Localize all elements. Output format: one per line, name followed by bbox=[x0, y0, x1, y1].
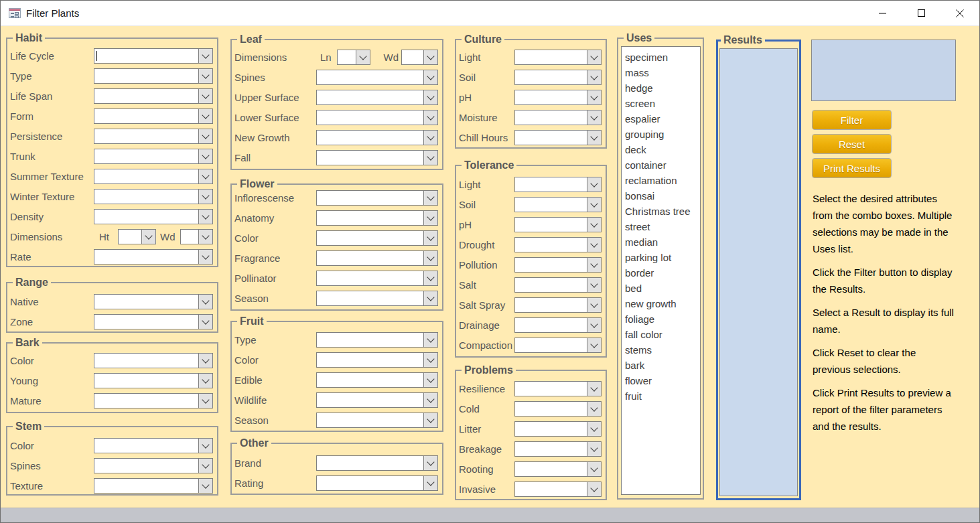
tolerance-salt-combo[interactable] bbox=[514, 277, 602, 293]
combo-text-field[interactable] bbox=[317, 131, 423, 145]
combo-dropdown-button[interactable] bbox=[198, 295, 212, 309]
combo-dropdown-button[interactable] bbox=[423, 50, 437, 64]
problems-litter-combo[interactable] bbox=[514, 421, 602, 437]
combo-dropdown-button[interactable] bbox=[423, 110, 437, 125]
combo-dropdown-button[interactable] bbox=[423, 70, 437, 84]
print-results-button[interactable]: Print Results bbox=[812, 158, 892, 178]
combo-text-field[interactable] bbox=[94, 459, 198, 473]
combo-dropdown-button[interactable] bbox=[587, 177, 601, 192]
combo-dropdown-button[interactable] bbox=[423, 476, 437, 490]
combo-text-field[interactable] bbox=[94, 374, 198, 388]
habit-life-cycle-combo[interactable] bbox=[94, 48, 213, 64]
combo-dropdown-button[interactable] bbox=[587, 382, 601, 396]
uses-list-item[interactable]: specimen bbox=[622, 50, 700, 65]
fruit-edible-combo[interactable] bbox=[316, 372, 438, 388]
uses-list-item[interactable]: bonsai bbox=[622, 188, 700, 204]
flower-pollinator-combo[interactable] bbox=[316, 271, 438, 286]
uses-list-item[interactable]: grouping bbox=[622, 127, 700, 142]
combo-text-field[interactable] bbox=[317, 251, 423, 265]
culture-ph-combo[interactable] bbox=[514, 90, 602, 105]
combo-text-field[interactable] bbox=[317, 393, 423, 407]
combo-dropdown-button[interactable] bbox=[423, 353, 437, 367]
habit-dimensions-wd-combo[interactable] bbox=[180, 229, 213, 244]
culture-light-combo[interactable] bbox=[514, 50, 602, 65]
tolerance-drought-combo[interactable] bbox=[514, 237, 602, 252]
flower-season-combo[interactable] bbox=[316, 291, 438, 306]
combo-dropdown-button[interactable] bbox=[587, 422, 601, 436]
combo-text-field[interactable] bbox=[317, 231, 423, 245]
combo-dropdown-button[interactable] bbox=[423, 456, 437, 470]
combo-text-field[interactable] bbox=[94, 479, 198, 493]
stem-spines-combo[interactable] bbox=[94, 458, 213, 473]
combo-text-field[interactable] bbox=[94, 89, 198, 103]
habit-rate-combo[interactable] bbox=[94, 249, 213, 265]
uses-list-item[interactable]: fall color bbox=[622, 327, 700, 342]
fruit-color-combo[interactable] bbox=[316, 352, 438, 368]
problems-rooting-combo[interactable] bbox=[514, 461, 602, 477]
combo-text-field[interactable] bbox=[94, 354, 198, 368]
uses-list-item[interactable]: screen bbox=[622, 96, 700, 111]
combo-dropdown-button[interactable] bbox=[198, 354, 212, 368]
combo-dropdown-button[interactable] bbox=[587, 198, 601, 212]
combo-dropdown-button[interactable] bbox=[423, 131, 437, 145]
combo-text-field[interactable] bbox=[515, 70, 587, 84]
other-brand-combo[interactable] bbox=[316, 455, 438, 471]
leaf-spines-combo[interactable] bbox=[316, 70, 438, 85]
tolerance-compaction-combo[interactable] bbox=[514, 338, 602, 353]
combo-text-field[interactable] bbox=[94, 315, 198, 329]
combo-text-field[interactable] bbox=[515, 198, 587, 212]
uses-list-item[interactable]: flower bbox=[622, 373, 700, 388]
range-native-combo[interactable] bbox=[94, 294, 213, 309]
combo-dropdown-button[interactable] bbox=[587, 90, 601, 104]
stem-color-combo[interactable] bbox=[94, 438, 213, 453]
combo-text-field[interactable] bbox=[515, 442, 587, 456]
fruit-wildlife-combo[interactable] bbox=[316, 392, 438, 408]
combo-dropdown-button[interactable] bbox=[141, 230, 155, 244]
combo-dropdown-button[interactable] bbox=[423, 373, 437, 387]
combo-text-field[interactable] bbox=[317, 110, 423, 125]
culture-chill-hours-combo[interactable] bbox=[514, 130, 602, 145]
habit-summer-texture-combo[interactable] bbox=[94, 169, 213, 184]
combo-text-field[interactable] bbox=[94, 190, 198, 204]
combo-dropdown-button[interactable] bbox=[198, 149, 212, 163]
combo-text-field[interactable] bbox=[181, 230, 198, 244]
uses-list-item[interactable]: bed bbox=[622, 281, 700, 296]
tolerance-light-combo[interactable] bbox=[514, 177, 602, 192]
combo-text-field[interactable] bbox=[515, 50, 587, 64]
reset-button[interactable]: Reset bbox=[812, 134, 892, 154]
uses-list-item[interactable]: reclamation bbox=[622, 173, 700, 188]
combo-dropdown-button[interactable] bbox=[423, 231, 437, 245]
combo-dropdown-button[interactable] bbox=[423, 251, 437, 265]
combo-dropdown-button[interactable] bbox=[423, 90, 437, 104]
uses-list-item[interactable]: Christmas tree bbox=[622, 204, 700, 219]
combo-text-field[interactable] bbox=[515, 422, 587, 436]
combo-dropdown-button[interactable] bbox=[198, 439, 212, 453]
culture-moisture-combo[interactable] bbox=[514, 110, 602, 125]
combo-text-field[interactable] bbox=[515, 382, 587, 396]
combo-dropdown-button[interactable] bbox=[198, 49, 212, 63]
combo-text-field[interactable] bbox=[317, 291, 423, 305]
combo-dropdown-button[interactable] bbox=[198, 374, 212, 388]
combo-text-field[interactable] bbox=[317, 211, 423, 225]
combo-dropdown-button[interactable] bbox=[587, 131, 601, 145]
combo-dropdown-button[interactable] bbox=[587, 50, 601, 64]
tolerance-pollution-combo[interactable] bbox=[514, 257, 602, 273]
combo-text-field[interactable] bbox=[317, 90, 423, 104]
combo-dropdown-button[interactable] bbox=[198, 109, 212, 123]
combo-dropdown-button[interactable] bbox=[423, 271, 437, 285]
combo-dropdown-button[interactable] bbox=[423, 413, 437, 427]
maximize-button[interactable] bbox=[902, 1, 940, 25]
uses-list-item[interactable]: new growth bbox=[622, 296, 700, 311]
combo-text-field[interactable] bbox=[515, 402, 587, 416]
leaf-new-growth-combo[interactable] bbox=[316, 130, 438, 145]
combo-text-field[interactable] bbox=[317, 151, 423, 165]
uses-list-item[interactable]: mass bbox=[622, 65, 700, 80]
combo-dropdown-button[interactable] bbox=[587, 482, 601, 496]
close-button[interactable] bbox=[940, 1, 979, 25]
combo-text-field[interactable] bbox=[317, 70, 423, 84]
combo-text-field[interactable] bbox=[94, 69, 198, 83]
combo-dropdown-button[interactable] bbox=[423, 393, 437, 407]
fruit-season-combo[interactable] bbox=[316, 413, 438, 428]
combo-text-field[interactable] bbox=[515, 258, 587, 272]
habit-persistence-combo[interactable] bbox=[94, 129, 213, 144]
